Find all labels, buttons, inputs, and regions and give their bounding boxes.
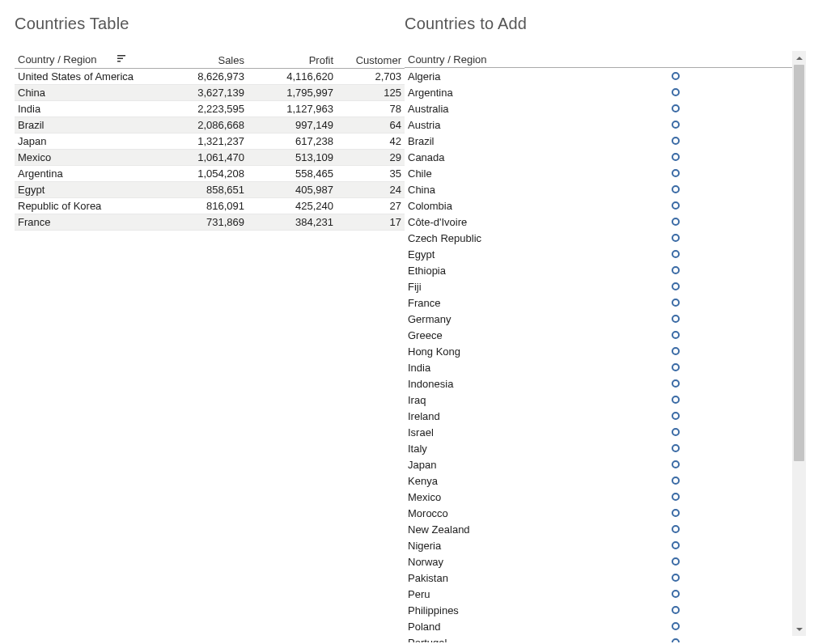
list-item[interactable]: Hong Kong [405,343,792,359]
list-item[interactable]: Indonesia [405,375,792,392]
list-item[interactable]: Peru [405,586,792,602]
list-item[interactable]: Brazil [405,133,792,149]
circle-marker-icon[interactable] [672,509,680,517]
list-item[interactable]: Ethiopia [405,262,792,278]
list-item-label: Greece [408,329,443,341]
table-row[interactable]: Argentina1,054,208558,46535 [15,166,405,182]
circle-marker-icon[interactable] [672,88,680,96]
list-item[interactable]: Egypt [405,246,792,262]
list-item-label: Philippines [408,604,459,616]
table-cell-profit: 384,231 [248,214,337,231]
scroll-arrow-down-icon[interactable] [792,622,806,636]
table-row[interactable]: Japan1,321,237617,23842 [15,133,405,150]
circle-marker-icon[interactable] [672,477,680,485]
list-item[interactable]: Colombia [405,197,792,214]
scrollbar[interactable] [792,51,806,636]
list-item[interactable]: Italy [405,440,792,456]
table-row[interactable]: India2,223,5951,127,96378 [15,101,405,117]
circle-marker-icon[interactable] [672,121,680,129]
circle-marker-icon[interactable] [672,460,680,468]
list-item[interactable]: Mexico [405,489,792,505]
circle-marker-icon[interactable] [672,201,680,210]
list-item[interactable]: Austria [405,117,792,133]
list-item[interactable]: India [405,359,792,375]
circle-marker-icon[interactable] [672,137,680,145]
col-header-profit[interactable]: Profit [248,51,337,69]
scroll-thumb[interactable] [794,65,804,461]
list-item[interactable]: Norway [405,553,792,570]
table-row[interactable]: Egypt858,651405,98724 [15,182,405,198]
circle-marker-icon[interactable] [672,638,680,642]
table-row[interactable]: France731,869384,23117 [15,214,405,231]
list-item[interactable]: Pakistan [405,570,792,586]
list-item[interactable]: Chile [405,165,792,181]
circle-marker-icon[interactable] [672,557,680,566]
table-row[interactable]: United States of America8,626,9734,116,6… [15,69,405,85]
list-item[interactable]: Iraq [405,392,792,408]
circle-marker-icon[interactable] [672,72,680,80]
circle-marker-icon[interactable] [672,169,680,177]
circle-marker-icon[interactable] [672,282,680,290]
list-item[interactable]: France [405,294,792,311]
list-item[interactable]: Poland [405,618,792,634]
circle-marker-icon[interactable] [672,412,680,420]
circle-marker-icon[interactable] [672,315,680,323]
list-item[interactable]: Fiji [405,278,792,294]
circle-marker-icon[interactable] [672,331,680,339]
circle-marker-icon[interactable] [672,347,680,355]
list-item[interactable]: Germany [405,311,792,327]
list-item[interactable]: Czech Republic [405,230,792,246]
circle-marker-icon[interactable] [672,185,680,193]
table-row[interactable]: Brazil2,086,668997,14964 [15,117,405,133]
list-item[interactable]: Canada [405,149,792,165]
circle-marker-icon[interactable] [672,104,680,112]
list-item[interactable]: Argentina [405,84,792,100]
list-item[interactable]: Portugal [405,634,792,642]
list-item[interactable]: Philippines [405,602,792,618]
list-item[interactable]: Côte-d'Ivoire [405,214,792,230]
circle-marker-icon[interactable] [672,622,680,630]
scroll-arrow-up-icon[interactable] [792,51,806,65]
list-item[interactable]: Greece [405,327,792,343]
table-cell-customer: 17 [337,214,405,231]
list-item[interactable]: Kenya [405,472,792,489]
circle-marker-icon[interactable] [672,541,680,549]
list-item[interactable]: Israel [405,424,792,440]
list-item[interactable]: Morocco [405,505,792,521]
circle-marker-icon[interactable] [672,234,680,242]
table-cell-sales: 1,061,470 [152,150,248,166]
circle-marker-icon[interactable] [672,574,680,582]
list-item[interactable]: Algeria [405,68,792,84]
list-item[interactable]: Ireland [405,408,792,424]
list-item[interactable]: New Zealand [405,521,792,537]
list-item[interactable]: Japan [405,456,792,472]
circle-marker-icon[interactable] [672,428,680,436]
list-item-label: Australia [408,103,449,115]
list-item-label: France [408,297,440,309]
circle-marker-icon[interactable] [672,266,680,274]
table-row[interactable]: Mexico1,061,470513,10929 [15,150,405,166]
col-header-customer[interactable]: Customer [337,51,405,69]
col-header-sales[interactable]: Sales [152,51,248,69]
circle-marker-icon[interactable] [672,153,680,161]
circle-marker-icon[interactable] [672,444,680,452]
table-row[interactable]: China3,627,1391,795,997125 [15,85,405,101]
table-cell-customer: 42 [337,133,405,150]
circle-marker-icon[interactable] [672,525,680,533]
circle-marker-icon[interactable] [672,363,680,371]
circle-marker-icon[interactable] [672,218,680,226]
circle-marker-icon[interactable] [672,299,680,307]
circle-marker-icon[interactable] [672,590,680,598]
sort-desc-icon[interactable] [117,53,126,66]
circle-marker-icon[interactable] [672,606,680,614]
list-item[interactable]: Nigeria [405,537,792,553]
circle-marker-icon[interactable] [672,379,680,388]
circle-marker-icon[interactable] [672,396,680,404]
list-item[interactable]: China [405,181,792,197]
table-row[interactable]: Republic of Korea816,091425,24027 [15,198,405,214]
circle-marker-icon[interactable] [672,250,680,258]
circle-marker-icon[interactable] [672,493,680,501]
list-item[interactable]: Australia [405,100,792,117]
col-header-country[interactable]: Country / Region [15,51,152,69]
table-cell-customer: 35 [337,166,405,182]
